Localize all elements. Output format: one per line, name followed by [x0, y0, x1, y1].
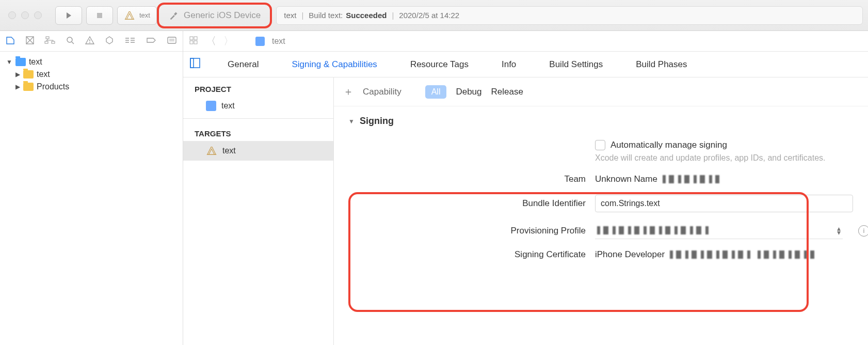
- bundle-id-label: Bundle Identifier: [472, 198, 586, 209]
- hammer-icon: [168, 10, 180, 21]
- tab-resource-tags[interactable]: Resource Tags: [404, 59, 475, 70]
- filter-all[interactable]: All: [425, 85, 447, 99]
- source-control-navigator-icon[interactable]: [25, 35, 35, 47]
- signing-cert-label: Signing Certificate: [472, 249, 586, 260]
- tab-general[interactable]: General: [221, 59, 265, 70]
- status-project: text: [284, 11, 296, 20]
- info-icon[interactable]: i: [858, 225, 868, 237]
- svg-point-15: [89, 42, 90, 43]
- disclosure-triangle-icon[interactable]: ▼: [6, 58, 12, 66]
- svg-line-13: [72, 42, 74, 44]
- test-navigator-icon[interactable]: [104, 35, 115, 47]
- redacted-text: [663, 175, 719, 183]
- target-item-label: text: [222, 146, 236, 155]
- path-crumb[interactable]: text: [272, 37, 285, 46]
- project-navigator-icon[interactable]: [5, 35, 15, 47]
- stop-button[interactable]: [86, 6, 113, 25]
- project-icon: [255, 37, 265, 46]
- tree-project-root[interactable]: ▼ text: [3, 56, 180, 68]
- redacted-text: [670, 250, 752, 259]
- team-label: Team: [472, 174, 586, 184]
- zoom-window-dot[interactable]: [34, 11, 42, 19]
- run-button[interactable]: [55, 6, 82, 25]
- device-selector-highlight: Generic iOS Device: [157, 3, 272, 28]
- editor-area: 〈 〉 text General Signing & Capabilities …: [183, 31, 868, 345]
- signing-capabilities-content: ＋ Capability All Debug Release ▼ Signing: [334, 77, 868, 345]
- svg-rect-6: [45, 41, 48, 43]
- bundle-id-input[interactable]: com.Strings.text: [595, 195, 853, 212]
- debug-navigator-icon[interactable]: [124, 35, 136, 47]
- minimize-window-dot[interactable]: [21, 11, 29, 19]
- tab-info[interactable]: Info: [495, 59, 522, 70]
- signing-section-header[interactable]: ▼ Signing: [348, 116, 868, 127]
- tree-folder-products[interactable]: ▶ Products: [3, 81, 180, 93]
- auto-manage-signing-hint: Xcode will create and update profiles, a…: [595, 152, 825, 164]
- project-item[interactable]: text: [183, 97, 333, 115]
- project-tree: ▼ text ▶ text ▶ Products: [0, 52, 183, 97]
- breakpoint-navigator-icon[interactable]: [146, 35, 157, 47]
- report-navigator-icon[interactable]: [166, 35, 178, 47]
- svg-rect-30: [190, 58, 194, 68]
- device-selector[interactable]: Generic iOS Device: [162, 6, 267, 25]
- related-items-icon[interactable]: [188, 35, 199, 47]
- section-targets: TARGETS: [183, 122, 333, 141]
- tab-build-phases[interactable]: Build Phases: [630, 59, 693, 70]
- navigator-selector-bar: [0, 31, 183, 52]
- auto-manage-signing-checkbox[interactable]: [595, 140, 605, 150]
- navigator-sidebar: ▼ text ▶ text ▶ Products: [0, 31, 183, 345]
- svg-rect-0: [97, 13, 102, 18]
- provisioning-profile-label: Provisioning Profile: [472, 226, 586, 236]
- tree-project-label: text: [29, 57, 42, 67]
- plus-icon[interactable]: ＋: [343, 85, 353, 99]
- project-icon: [15, 58, 26, 66]
- capability-toolbar: ＋ Capability All Debug Release: [334, 77, 868, 106]
- folder-icon: [23, 70, 34, 79]
- target-icon: [124, 10, 135, 21]
- target-item[interactable]: text: [183, 141, 333, 161]
- svg-rect-22: [168, 37, 176, 43]
- disclosure-triangle-icon[interactable]: ▶: [15, 83, 20, 90]
- issue-navigator-icon[interactable]: [85, 35, 95, 47]
- device-label: Generic iOS Device: [184, 10, 261, 21]
- disclosure-triangle-icon[interactable]: ▶: [15, 71, 20, 78]
- close-window-dot[interactable]: [8, 11, 16, 19]
- svg-rect-29: [190, 58, 200, 68]
- folder-icon: [23, 83, 34, 91]
- filter-debug[interactable]: Debug: [456, 87, 481, 97]
- add-capability-button[interactable]: Capability: [363, 87, 401, 97]
- signing-title: Signing: [360, 116, 394, 127]
- svg-rect-27: [190, 41, 193, 44]
- toolbar: text Generic iOS Device text | Build tex…: [0, 0, 868, 31]
- tree-folder-text[interactable]: ▶ text: [3, 68, 180, 81]
- tab-signing-capabilities[interactable]: Signing & Capabilities: [285, 59, 383, 70]
- signing-cert-value: iPhone Developer: [595, 249, 665, 260]
- redacted-text: [758, 250, 814, 259]
- project-icon: [206, 101, 216, 111]
- svg-rect-25: [190, 37, 193, 40]
- status-result: Succeeded: [346, 11, 387, 20]
- scheme-selector[interactable]: text: [117, 6, 157, 25]
- target-icon: [206, 145, 217, 156]
- nav-back-icon[interactable]: 〈: [206, 34, 216, 48]
- editor-tabs: General Signing & Capabilities Resource …: [183, 52, 868, 77]
- disclosure-triangle-icon[interactable]: ▼: [348, 118, 355, 125]
- bundle-id-value: com.Strings.text: [601, 199, 660, 208]
- svg-point-12: [67, 37, 72, 42]
- tree-item-label: Products: [37, 82, 69, 91]
- filter-release[interactable]: Release: [491, 87, 523, 97]
- chevron-up-down-icon: ▴▾: [837, 226, 841, 234]
- status-time: 2020/2/5 at 14:22: [399, 11, 459, 20]
- team-value[interactable]: Unknown Name: [595, 174, 657, 184]
- activity-status: text | Build text: Succeeded | 2020/2/5 …: [276, 6, 863, 25]
- path-bar: 〈 〉 text: [183, 31, 868, 52]
- svg-rect-5: [46, 37, 49, 39]
- find-navigator-icon[interactable]: [65, 35, 75, 47]
- provisioning-profile-select[interactable]: ▴▾: [595, 223, 843, 239]
- nav-forward-icon[interactable]: 〉: [223, 34, 234, 48]
- symbol-navigator-icon[interactable]: [44, 35, 56, 47]
- editor-layout-icon[interactable]: [189, 57, 201, 71]
- tab-build-settings[interactable]: Build Settings: [543, 59, 609, 70]
- tree-item-label: text: [37, 70, 50, 79]
- window-traffic-lights: [8, 11, 42, 19]
- svg-rect-28: [194, 41, 197, 44]
